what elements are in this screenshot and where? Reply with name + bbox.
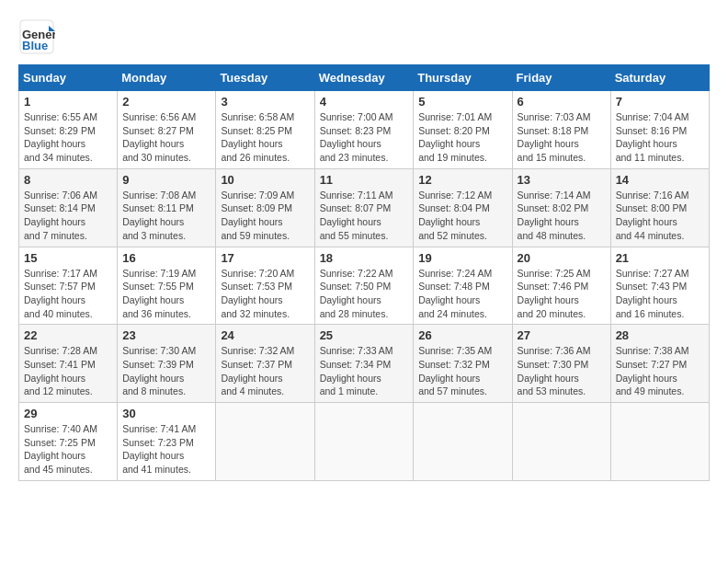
- col-header-friday: Friday: [512, 65, 610, 91]
- day-cell: 13Sunrise: 7:14 AMSunset: 8:02 PMDayligh…: [512, 168, 610, 247]
- day-number: 29: [24, 407, 112, 420]
- day-number: 24: [221, 328, 309, 342]
- day-cell: 16Sunrise: 7:19 AMSunset: 7:55 PMDayligh…: [118, 247, 216, 325]
- day-info: Sunrise: 7:22 AMSunset: 7:50 PMDaylight …: [320, 267, 409, 321]
- day-info: Sunrise: 6:55 AMSunset: 8:29 PMDaylight …: [24, 110, 112, 165]
- day-number: 12: [418, 173, 506, 187]
- day-cell: [414, 403, 512, 481]
- day-cell: 26Sunrise: 7:35 AMSunset: 7:32 PMDayligh…: [414, 325, 512, 403]
- day-cell: 17Sunrise: 7:20 AMSunset: 7:53 PMDayligh…: [216, 247, 314, 325]
- day-info: Sunrise: 7:12 AMSunset: 8:04 PMDaylight …: [418, 189, 506, 243]
- day-number: 2: [122, 95, 210, 109]
- day-info: Sunrise: 7:38 AMSunset: 7:27 PMDaylight …: [616, 344, 704, 398]
- day-info: Sunrise: 7:09 AMSunset: 8:09 PMDaylight …: [221, 189, 309, 243]
- day-cell: 6Sunrise: 7:03 AMSunset: 8:18 PMDaylight…: [512, 91, 610, 169]
- day-info: Sunrise: 7:14 AMSunset: 8:02 PMDaylight …: [518, 189, 606, 243]
- calendar-table: SundayMondayTuesdayWednesdayThursdayFrid…: [18, 64, 710, 481]
- day-number: 5: [418, 95, 506, 109]
- day-number: 17: [221, 251, 309, 265]
- day-cell: 10Sunrise: 7:09 AMSunset: 8:09 PMDayligh…: [216, 168, 314, 247]
- day-number: 1: [24, 95, 112, 109]
- day-cell: [216, 403, 314, 481]
- day-number: 6: [518, 95, 606, 109]
- day-number: 16: [122, 251, 210, 265]
- day-cell: 30Sunrise: 7:41 AMSunset: 7:23 PMDayligh…: [118, 403, 216, 481]
- day-info: Sunrise: 7:28 AMSunset: 7:41 PMDaylight …: [24, 344, 112, 398]
- day-number: 4: [320, 95, 409, 109]
- col-header-tuesday: Tuesday: [216, 65, 314, 91]
- day-cell: [512, 403, 610, 481]
- day-cell: 19Sunrise: 7:24 AMSunset: 7:48 PMDayligh…: [414, 247, 512, 325]
- logo: General Blue: [18, 18, 55, 55]
- day-number: 27: [518, 328, 606, 342]
- day-info: Sunrise: 6:58 AMSunset: 8:25 PMDaylight …: [221, 110, 309, 165]
- day-cell: 22Sunrise: 7:28 AMSunset: 7:41 PMDayligh…: [19, 325, 118, 403]
- day-cell: 21Sunrise: 7:27 AMSunset: 7:43 PMDayligh…: [610, 247, 709, 325]
- header: General Blue: [18, 18, 710, 55]
- day-number: 21: [616, 251, 704, 265]
- day-cell: 9Sunrise: 7:08 AMSunset: 8:11 PMDaylight…: [118, 168, 216, 247]
- week-row-1: 1Sunrise: 6:55 AMSunset: 8:29 PMDaylight…: [19, 91, 710, 169]
- day-cell: 29Sunrise: 7:40 AMSunset: 7:25 PMDayligh…: [19, 403, 118, 481]
- week-row-4: 22Sunrise: 7:28 AMSunset: 7:41 PMDayligh…: [19, 325, 710, 403]
- week-row-5: 29Sunrise: 7:40 AMSunset: 7:25 PMDayligh…: [19, 403, 710, 481]
- day-number: 11: [320, 173, 409, 187]
- day-number: 3: [221, 95, 309, 109]
- day-info: Sunrise: 7:11 AMSunset: 8:07 PMDaylight …: [320, 189, 409, 243]
- day-number: 13: [518, 173, 606, 187]
- day-cell: 7Sunrise: 7:04 AMSunset: 8:16 PMDaylight…: [610, 91, 709, 169]
- logo-svg: General Blue: [18, 18, 55, 55]
- day-info: Sunrise: 7:17 AMSunset: 7:57 PMDaylight …: [24, 267, 112, 321]
- day-cell: 3Sunrise: 6:58 AMSunset: 8:25 PMDaylight…: [216, 91, 314, 169]
- day-number: 22: [24, 328, 112, 342]
- day-cell: 28Sunrise: 7:38 AMSunset: 7:27 PMDayligh…: [610, 325, 709, 403]
- svg-text:Blue: Blue: [22, 39, 48, 52]
- day-cell: 23Sunrise: 7:30 AMSunset: 7:39 PMDayligh…: [118, 325, 216, 403]
- day-cell: 1Sunrise: 6:55 AMSunset: 8:29 PMDaylight…: [19, 91, 118, 169]
- col-header-monday: Monday: [118, 65, 216, 91]
- day-cell: 24Sunrise: 7:32 AMSunset: 7:37 PMDayligh…: [216, 325, 314, 403]
- day-info: Sunrise: 7:06 AMSunset: 8:14 PMDaylight …: [24, 189, 112, 243]
- day-number: 14: [616, 173, 704, 187]
- day-info: Sunrise: 7:03 AMSunset: 8:18 PMDaylight …: [518, 110, 606, 165]
- day-number: 26: [418, 328, 506, 342]
- day-info: Sunrise: 7:24 AMSunset: 7:48 PMDaylight …: [418, 267, 506, 321]
- col-header-wednesday: Wednesday: [314, 65, 414, 91]
- day-number: 18: [320, 251, 409, 265]
- header-row: SundayMondayTuesdayWednesdayThursdayFrid…: [19, 65, 710, 91]
- day-cell: 20Sunrise: 7:25 AMSunset: 7:46 PMDayligh…: [512, 247, 610, 325]
- day-cell: 8Sunrise: 7:06 AMSunset: 8:14 PMDaylight…: [19, 168, 118, 247]
- day-info: Sunrise: 7:19 AMSunset: 7:55 PMDaylight …: [122, 267, 210, 321]
- day-cell: [610, 403, 709, 481]
- day-number: 9: [122, 173, 210, 187]
- day-cell: 25Sunrise: 7:33 AMSunset: 7:34 PMDayligh…: [314, 325, 414, 403]
- day-cell: [314, 403, 414, 481]
- day-info: Sunrise: 6:56 AMSunset: 8:27 PMDaylight …: [122, 110, 210, 165]
- week-row-3: 15Sunrise: 7:17 AMSunset: 7:57 PMDayligh…: [19, 247, 710, 325]
- day-info: Sunrise: 7:30 AMSunset: 7:39 PMDaylight …: [122, 344, 210, 398]
- day-number: 30: [122, 407, 210, 420]
- day-info: Sunrise: 7:00 AMSunset: 8:23 PMDaylight …: [320, 110, 409, 165]
- day-info: Sunrise: 7:04 AMSunset: 8:16 PMDaylight …: [616, 110, 704, 165]
- day-number: 7: [616, 95, 704, 109]
- col-header-sunday: Sunday: [19, 65, 118, 91]
- col-header-saturday: Saturday: [610, 65, 709, 91]
- day-number: 28: [616, 328, 704, 342]
- day-cell: 2Sunrise: 6:56 AMSunset: 8:27 PMDaylight…: [118, 91, 216, 169]
- day-info: Sunrise: 7:08 AMSunset: 8:11 PMDaylight …: [122, 189, 210, 243]
- day-info: Sunrise: 7:20 AMSunset: 7:53 PMDaylight …: [221, 267, 309, 321]
- day-number: 20: [518, 251, 606, 265]
- day-info: Sunrise: 7:35 AMSunset: 7:32 PMDaylight …: [418, 344, 506, 398]
- week-row-2: 8Sunrise: 7:06 AMSunset: 8:14 PMDaylight…: [19, 168, 710, 247]
- day-info: Sunrise: 7:40 AMSunset: 7:25 PMDaylight …: [24, 422, 112, 477]
- day-info: Sunrise: 7:27 AMSunset: 7:43 PMDaylight …: [616, 267, 704, 321]
- day-cell: 18Sunrise: 7:22 AMSunset: 7:50 PMDayligh…: [314, 247, 414, 325]
- day-info: Sunrise: 7:16 AMSunset: 8:00 PMDaylight …: [616, 189, 704, 243]
- day-cell: 14Sunrise: 7:16 AMSunset: 8:00 PMDayligh…: [610, 168, 709, 247]
- day-number: 23: [122, 328, 210, 342]
- day-cell: 5Sunrise: 7:01 AMSunset: 8:20 PMDaylight…: [414, 91, 512, 169]
- day-number: 8: [24, 173, 112, 187]
- day-info: Sunrise: 7:01 AMSunset: 8:20 PMDaylight …: [418, 110, 506, 165]
- day-number: 25: [320, 328, 409, 342]
- day-info: Sunrise: 7:36 AMSunset: 7:30 PMDaylight …: [518, 344, 606, 398]
